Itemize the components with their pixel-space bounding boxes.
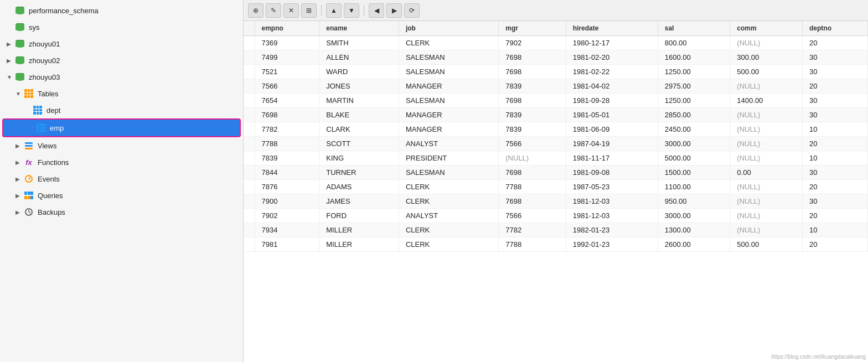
cell-hiredate: 1982-01-23 xyxy=(566,223,658,237)
toolbar-btn-5[interactable]: ▼ xyxy=(344,3,359,18)
database-icon xyxy=(14,71,25,82)
cell-mgr: 7902 xyxy=(499,36,566,50)
cell-ename: CLARK xyxy=(319,122,399,137)
cell-ename: ADAMS xyxy=(319,180,399,194)
cell-hiredate: 1992-01-23 xyxy=(566,237,658,252)
svg-rect-6 xyxy=(24,196,27,199)
toolbar-btn-7[interactable]: ▶ xyxy=(386,3,402,18)
cell-deptno: 10 xyxy=(803,122,868,137)
arrow-icon: ▶ xyxy=(7,58,14,64)
cell-mgr: 7788 xyxy=(499,180,566,194)
arrow-icon: ▶ xyxy=(16,176,23,182)
cell-job: ANALYST xyxy=(399,209,498,223)
sidebar-item-sys[interactable]: sys xyxy=(0,19,243,35)
cell-mgr: 7788 xyxy=(499,237,566,252)
watermark: https://blog.csdn.net/kuangdacaikuang xyxy=(771,354,866,360)
sidebar-item-zhouyu01[interactable]: ▶zhouyu01 xyxy=(0,35,243,52)
row-number xyxy=(244,94,255,108)
table-container[interactable]: empnoenamejobmgrhiredatesalcommdeptno 73… xyxy=(244,21,868,362)
cell-ename: SCOTT xyxy=(319,137,399,151)
cell-sal: 5000.00 xyxy=(658,151,730,166)
table-row[interactable]: 7566JONESMANAGER78391981-04-022975.00(NU… xyxy=(244,79,868,94)
row-number xyxy=(244,237,255,252)
sidebar-item-queries[interactable]: ▶Queries xyxy=(0,187,243,204)
table-row[interactable]: 7934MILLERCLERK77821982-01-231300.00(NUL… xyxy=(244,223,868,237)
cell-ename: TURNER xyxy=(319,166,399,180)
cell-empno: 7521 xyxy=(255,65,319,79)
cell-hiredate: 1981-11-17 xyxy=(566,151,658,166)
cell-empno: 7876 xyxy=(255,180,319,194)
arrow-icon: ▶ xyxy=(16,193,23,199)
table-row[interactable]: 7902FORDANALYST75661981-12-033000.00(NUL… xyxy=(244,209,868,223)
table-row[interactable]: 7369SMITHCLERK79021980-12-17800.00(NULL)… xyxy=(244,36,868,50)
cell-mgr: 7839 xyxy=(499,108,566,122)
sidebar-item-zhouyu02[interactable]: ▶zhouyu02 xyxy=(0,52,243,69)
cell-sal: 2850.00 xyxy=(658,108,730,122)
cell-job: MANAGER xyxy=(399,122,498,137)
cell-sal: 1300.00 xyxy=(658,223,730,237)
table-row[interactable]: 7981MILLERCLERK77881992-01-232600.00500.… xyxy=(244,237,868,252)
database-icon xyxy=(14,5,25,16)
sidebar-item-backups[interactable]: ▶Backups xyxy=(0,204,243,220)
cell-empno: 7900 xyxy=(255,194,319,209)
row-number xyxy=(244,209,255,223)
toolbar-btn-6[interactable]: ◀ xyxy=(369,3,384,18)
table-row[interactable]: 7876ADAMSCLERK77881987-05-231100.00(NULL… xyxy=(244,180,868,194)
sidebar-item-performance_schema[interactable]: performance_schema xyxy=(0,2,243,19)
sidebar-item-emp[interactable]: emp xyxy=(2,118,241,137)
cell-empno: 7788 xyxy=(255,137,319,151)
table-row[interactable]: 7782CLARKMANAGER78391981-06-092450.00(NU… xyxy=(244,122,868,137)
toolbar-btn-1[interactable]: ✎ xyxy=(266,3,281,18)
sidebar-item-dept[interactable]: dept xyxy=(0,102,243,118)
cell-sal: 1500.00 xyxy=(658,166,730,180)
toolbar-btn-0[interactable]: ⊕ xyxy=(248,3,264,18)
sidebar-item-label: Backups xyxy=(38,208,65,216)
cell-ename: KING xyxy=(319,151,399,166)
svg-rect-0 xyxy=(25,142,33,144)
cell-empno: 7566 xyxy=(255,79,319,94)
svg-rect-2 xyxy=(25,148,33,149)
toolbar-btn-4[interactable]: ▲ xyxy=(326,3,342,18)
cell-empno: 7499 xyxy=(255,50,319,65)
table-row[interactable]: 7900JAMESCLERK76981981-12-03950.00(NULL)… xyxy=(244,194,868,209)
sidebar-item-events[interactable]: ▶Events xyxy=(0,170,243,187)
table-row[interactable]: 7839KINGPRESIDENT(NULL)1981-11-175000.00… xyxy=(244,151,868,166)
cell-mgr: 7839 xyxy=(499,122,566,137)
cell-comm: (NULL) xyxy=(730,194,803,209)
cell-ename: MARTIN xyxy=(319,94,399,108)
cell-hiredate: 1987-05-23 xyxy=(566,180,658,194)
cell-ename: BLAKE xyxy=(319,108,399,122)
cell-sal: 2450.00 xyxy=(658,122,730,137)
table-icon xyxy=(35,122,46,133)
table-row[interactable]: 7499ALLENSALESMAN76981981-02-201600.0030… xyxy=(244,50,868,65)
sidebar-item-functions[interactable]: ▶fxFunctions xyxy=(0,154,243,170)
cell-ename: ALLEN xyxy=(319,50,399,65)
sidebar-item-label: dept xyxy=(46,106,60,115)
toolbar-btn-3[interactable]: ⊞ xyxy=(301,3,317,18)
cell-hiredate: 1981-09-08 xyxy=(566,166,658,180)
sidebar-item-label: Tables xyxy=(38,90,59,98)
cell-sal: 3000.00 xyxy=(658,209,730,223)
table-row[interactable]: 7788SCOTTANALYST75661987-04-193000.00(NU… xyxy=(244,137,868,151)
toolbar-btn-8[interactable]: ⟳ xyxy=(404,3,420,18)
table-row[interactable]: 7654MARTINSALESMAN76981981-09-281250.001… xyxy=(244,94,868,108)
backups-icon xyxy=(23,206,34,218)
col-header-empno: empno xyxy=(255,21,319,36)
table-row[interactable]: 7521WARDSALESMAN76981981-02-221250.00500… xyxy=(244,65,868,79)
cell-job: CLERK xyxy=(399,223,498,237)
sidebar-item-label: emp xyxy=(50,124,64,132)
toolbar-btn-2[interactable]: ✕ xyxy=(283,3,299,18)
table-row[interactable]: 7844TURNERSALESMAN76981981-09-081500.000… xyxy=(244,166,868,180)
sidebar-item-tables[interactable]: ▼Tables xyxy=(0,85,243,102)
sidebar-item-zhouyu03[interactable]: ▼zhouyu03 xyxy=(0,69,243,85)
cell-job: SALESMAN xyxy=(399,94,498,108)
cell-job: CLERK xyxy=(399,194,498,209)
cell-comm: (NULL) xyxy=(730,209,803,223)
arrow-icon: ▼ xyxy=(7,74,14,80)
cell-hiredate: 1981-04-02 xyxy=(566,79,658,94)
cell-comm: 0.00 xyxy=(730,166,803,180)
col-header-hiredate: hiredate xyxy=(566,21,658,36)
cell-deptno: 10 xyxy=(803,151,868,166)
sidebar-item-views[interactable]: ▶Views xyxy=(0,137,243,154)
table-row[interactable]: 7698BLAKEMANAGER78391981-05-012850.00(NU… xyxy=(244,108,868,122)
